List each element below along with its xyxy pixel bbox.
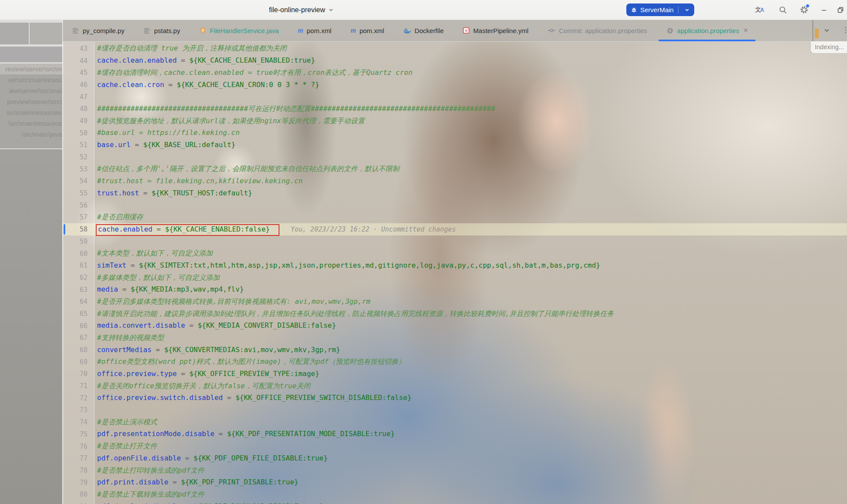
editor-line-60[interactable]: 60#文本类型，默认如下，可自定义添加 bbox=[63, 248, 847, 260]
tab-label: application.properties bbox=[677, 27, 739, 34]
editor-pane[interactable]: 43#缓存是否自动清理 true 为开启，注释掉或其他值都为关闭44cache.… bbox=[63, 41, 847, 504]
background-window-strip: review\server\src\mver\src\main\resouiew… bbox=[0, 20, 63, 504]
ide-window: file-online-preview ServerMain 文A bbox=[0, 0, 847, 504]
line-number: 59 bbox=[63, 238, 94, 245]
line-number: 43 bbox=[63, 45, 94, 53]
editor-line-48[interactable]: 48####################################可在… bbox=[63, 103, 847, 115]
line-code: #是否禁止打印转换生成的pdf文件 bbox=[94, 467, 205, 474]
editor-line-71[interactable]: 71#是否关闭office预览切换开关，默认为false，可配置为true关闭 bbox=[63, 380, 847, 392]
line-code: cache.clean.cron = ${KK_CACHE_CLEAN_CRON… bbox=[94, 81, 319, 89]
line-number: 67 bbox=[63, 334, 94, 342]
close-icon[interactable]: × bbox=[743, 26, 748, 35]
editor-line-76[interactable]: 76#是否禁止打开文件 bbox=[63, 440, 847, 453]
line-number: 46 bbox=[63, 81, 94, 89]
editor-line-46[interactable]: 46cache.clean.cron = ${KK_CACHE_CLEAN_CR… bbox=[63, 79, 847, 91]
run-configuration-button[interactable]: ServerMain bbox=[626, 3, 694, 16]
run-config-chevron-icon[interactable] bbox=[682, 7, 692, 13]
line-number: 52 bbox=[63, 153, 94, 161]
tab-application-properties[interactable]: application.properties× bbox=[657, 20, 758, 41]
background-path-row: \src\main\resource bbox=[0, 118, 63, 129]
editor-line-53[interactable]: 53#信任站点，多个用','隔开，设置了之后，会限制只能预览来自信任站点列表的文… bbox=[63, 163, 847, 175]
editor-line-80[interactable]: 80#是否禁止下载转换生成的pdf文件 bbox=[63, 488, 847, 501]
editor-line-70[interactable]: 70office.preview.type = ${KK_OFFICE_PREV… bbox=[63, 368, 847, 380]
tab-masterpipeline-yml[interactable]: YMasterPipeline.yml bbox=[453, 20, 538, 41]
editor-line-63[interactable]: 63media = ${KK_MEDIA:mp3,wav,mp4,flv} bbox=[63, 284, 847, 296]
restore-window-icon[interactable] bbox=[833, 0, 847, 20]
line-number: 68 bbox=[63, 346, 94, 354]
editor-line-57[interactable]: 57#是否启用缓存 bbox=[63, 212, 847, 224]
line-code: #trust.host = file.keking.cn,kkfileview.… bbox=[94, 178, 302, 185]
editor-line-74[interactable]: 74#是否禁止演示模式 bbox=[63, 416, 847, 428]
editor-line-75[interactable]: 75pdf.presentationMode.disable = ${KK_PD… bbox=[63, 428, 847, 440]
line-code: #信任站点，多个用','隔开，设置了之后，会限制只能预览来自信任站点列表的文件，… bbox=[94, 165, 400, 173]
editor-line-45[interactable]: 45#缓存自动清理时间，cache.clean.enabled = true时才… bbox=[63, 67, 847, 79]
editor-line-67[interactable]: 67#支持转换的视频类型 bbox=[63, 332, 847, 344]
line-number: 66 bbox=[63, 322, 94, 330]
tab-label: pom.xml bbox=[360, 27, 384, 34]
editor-line-72[interactable]: 72office.preview.switch.disabled = ${KK_… bbox=[63, 392, 847, 404]
hidden-tabs-chevron-icon[interactable] bbox=[823, 27, 830, 34]
editor-line-77[interactable]: 77pdf.openFile.disable = ${KK_PDF_OPEN_F… bbox=[63, 452, 847, 464]
line-number: 69 bbox=[63, 358, 94, 366]
line-number: 61 bbox=[63, 262, 94, 269]
scroll-stripe-marker bbox=[815, 29, 819, 38]
line-number: 47 bbox=[63, 93, 94, 101]
project-title[interactable]: file-online-preview bbox=[269, 0, 334, 20]
editor-line-55[interactable]: 55trust.host = ${KK_TRUST_HOST:default} bbox=[63, 187, 847, 199]
python-file-icon bbox=[72, 27, 79, 34]
line-code: office.preview.type = ${KK_OFFICE_PREVIE… bbox=[94, 370, 319, 378]
line-number: 51 bbox=[63, 141, 94, 149]
minimize-icon[interactable]: – bbox=[817, 0, 831, 20]
editor-line-78[interactable]: 78#是否禁止打印转换生成的pdf文件 bbox=[63, 464, 847, 477]
translate-icon[interactable]: 文A bbox=[752, 0, 767, 20]
editor-line-69[interactable]: 69#office类型文档(word ppt)样式，默认为图片(image)，可… bbox=[63, 356, 847, 368]
editor-line-49[interactable]: 49#提供预览服务的地址，默认从请求url读，如果使用nginx等反向代理，需要… bbox=[63, 115, 847, 127]
line-number: 63 bbox=[63, 286, 94, 294]
tab-pom-xml[interactable]: mpom.xml bbox=[341, 20, 393, 41]
tab-filehandlerservice-java[interactable]: FileHandlerService.java bbox=[190, 20, 288, 41]
line-code: media.convert.disable = ${KK_MEDIA_CONVE… bbox=[94, 322, 336, 329]
line-code: office.preview.switch.disabled = ${KK_OF… bbox=[94, 394, 411, 402]
editor-line-44[interactable]: 44cache.clean.enabled = ${KK_CACHE_CLEAN… bbox=[63, 55, 847, 67]
editor-line-51[interactable]: 51base.url = ${KK_BASE_URL:default} bbox=[63, 139, 847, 151]
editor-line-58[interactable]: 58cache.enabled = ${KK_CACHE_ENABLED:fal… bbox=[63, 223, 847, 235]
editor-line-68[interactable]: 68convertMedias = ${KK_CONVERTMEDIAS:avi… bbox=[63, 344, 847, 356]
tab-bar: py_compile.pypstats.pyFileHandlerService… bbox=[63, 20, 847, 42]
editor-line-52[interactable]: 52 bbox=[63, 151, 847, 163]
editor-line-56[interactable]: 56 bbox=[63, 199, 847, 212]
editor-line-81[interactable]: 81pdf.download.disable = ${KK_PDF_DOWNLO… bbox=[63, 501, 847, 504]
settings-gear-icon[interactable] bbox=[797, 0, 811, 20]
more-vertical-icon[interactable]: ⋮ bbox=[842, 25, 847, 34]
line-code: #多媒体类型，默认如下，可自定义添加 bbox=[94, 274, 220, 282]
java-class-icon bbox=[199, 27, 206, 34]
search-icon[interactable] bbox=[776, 0, 790, 20]
python-file-icon bbox=[144, 27, 151, 34]
line-code: #base.url = https://file.keking.cn bbox=[94, 129, 240, 137]
editor-line-50[interactable]: 50#base.url = https://file.keking.cn bbox=[63, 127, 847, 139]
line-number: 70 bbox=[63, 370, 94, 378]
editor-line-64[interactable]: 64#是否开启多媒体类型转视频格式转换,目前可转换视频格式有: avi,mov,… bbox=[63, 296, 847, 308]
editor-line-62[interactable]: 62#多媒体类型，默认如下，可自定义添加 bbox=[63, 272, 847, 284]
tab-py-compile-py[interactable]: py_compile.py bbox=[63, 20, 134, 41]
editor-line-47[interactable]: 47 bbox=[63, 91, 847, 103]
background-path-row: review\server\src\m bbox=[0, 64, 63, 74]
tab-dockerfile[interactable]: Dockerfile bbox=[394, 20, 454, 41]
line-code: #请谨慎开启此功能，建议异步调用添加到处理队列，并且增加任务队列处理线程，防止视… bbox=[94, 310, 614, 318]
run-config-bug-icon bbox=[631, 7, 637, 13]
line-code: #office类型文档(word ppt)样式，默认为图片(image)，可配置… bbox=[94, 358, 405, 366]
editor-line-43[interactable]: 43#缓存是否自动清理 true 为开启，注释掉或其他值都为关闭 bbox=[63, 43, 847, 55]
line-code: cache.clean.enabled = ${KK_CACHE_CLEAN_E… bbox=[94, 57, 315, 64]
editor-line-54[interactable]: 54#trust.host = file.keking.cn,kkfilevie… bbox=[63, 175, 847, 188]
editor-line-65[interactable]: 65#请谨慎开启此功能，建议异步调用添加到处理队列，并且增加任务队列处理线程，防… bbox=[63, 308, 847, 320]
editor-line-66[interactable]: 66media.convert.disable = ${KK_MEDIA_CON… bbox=[63, 320, 847, 332]
tab-commit-application-properties[interactable]: Commit: application.properties bbox=[538, 20, 657, 41]
tab-label: py_compile.py bbox=[83, 27, 124, 34]
line-number: 65 bbox=[63, 310, 94, 318]
editor-line-61[interactable]: 61simText = ${KK_SIMTEXT:txt,html,htm,as… bbox=[63, 259, 847, 272]
tab-pom-xml[interactable]: mpom.xml bbox=[288, 20, 341, 41]
editor-line-79[interactable]: 79pdf.print.disable = ${KK_PDF_PRINT_DIS… bbox=[63, 477, 847, 489]
editor-line-59[interactable]: 59 bbox=[63, 235, 847, 248]
line-number: 75 bbox=[63, 430, 94, 438]
editor-line-73[interactable]: 73 bbox=[63, 404, 847, 417]
tab-pstats-py[interactable]: pstats.py bbox=[134, 20, 190, 41]
